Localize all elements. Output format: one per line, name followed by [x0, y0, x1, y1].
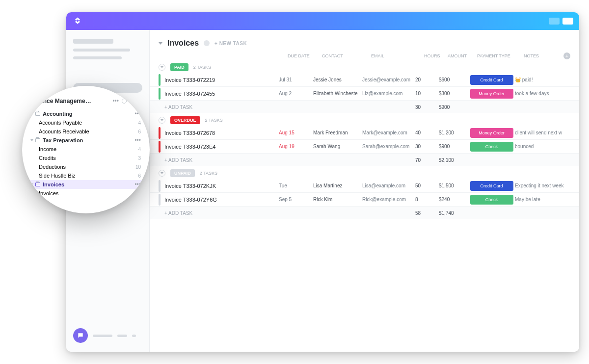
table-row[interactable]: Invoice T333-072219 Jul 31 Jessie Jones …	[150, 73, 579, 87]
cell-due[interactable]: Tue	[279, 183, 313, 188]
invoice-title[interactable]: Invoice T333-072Y6G	[164, 197, 217, 203]
cell-hours[interactable]: 40	[415, 130, 439, 135]
cell-due[interactable]: Aug 19	[279, 144, 313, 149]
group-status-label[interactable]: UNPAID	[170, 169, 195, 177]
group-collapse-toggle[interactable]	[159, 170, 165, 177]
window-maximize-button[interactable]	[562, 18, 573, 25]
cell-email[interactable]: Jessie@example.com	[362, 77, 415, 82]
cell-notes[interactable]: Expecting it next week	[515, 183, 570, 188]
col-notes[interactable]: NOTES	[524, 53, 558, 58]
cell-email[interactable]: Liz@example.com	[362, 91, 415, 96]
add-task-row[interactable]: + ADD TASK 58 $1,740	[150, 207, 579, 219]
window-minimize-button[interactable]	[549, 18, 560, 25]
cell-email[interactable]: Mark@example.com	[362, 130, 415, 135]
cell-email[interactable]: Rick@example.com	[362, 197, 415, 202]
group-status-label[interactable]: PAID	[170, 63, 188, 71]
cell-contact[interactable]: Sarah Wang	[313, 144, 362, 149]
cell-notes[interactable]: took a few days	[515, 91, 570, 96]
cell-amount[interactable]: $1,500	[439, 183, 468, 188]
cell-hours[interactable]: 30	[415, 144, 439, 149]
sidebar-placeholder	[132, 335, 136, 337]
sidebar-folder[interactable]: Accounting•••	[28, 109, 144, 118]
cell-notes[interactable]: May be late	[515, 197, 570, 202]
cell-hours[interactable]: 20	[415, 77, 439, 82]
tree-label: Tax Preparation	[43, 137, 83, 143]
table-row[interactable]: Invoice T333-072KJK Tue Lisa Martinez Li…	[150, 179, 579, 193]
group-collapse-toggle[interactable]	[159, 117, 165, 124]
status-bar-icon	[159, 127, 161, 139]
invoice-title[interactable]: Invoice T333-072219	[164, 77, 215, 83]
cell-amount[interactable]: $300	[439, 91, 468, 96]
cell-notes[interactable]: client will send next w	[515, 130, 570, 135]
col-amount[interactable]: AMOUNT	[448, 53, 477, 58]
payment-badge[interactable]: Money Order	[470, 89, 513, 99]
sidebar-list-item[interactable]: Credits3	[28, 154, 144, 162]
new-task-button[interactable]: + NEW TASK	[214, 41, 247, 46]
payment-badge[interactable]: Check	[470, 142, 513, 152]
add-column-button[interactable]: +	[563, 52, 570, 59]
cell-contact[interactable]: Jessie Jones	[313, 77, 362, 82]
invoice-title[interactable]: Invoice T333-072455	[164, 91, 215, 97]
payment-badge[interactable]: Credit Card	[470, 181, 513, 191]
cell-amount[interactable]: $600	[439, 77, 468, 82]
sidebar-list-item[interactable]: Accounts Receivable6	[28, 127, 144, 136]
table-row[interactable]: Invoice T333-072455 Aug 2 Elizabeth Winc…	[150, 87, 579, 101]
col-payment[interactable]: PAYMENT TYPE	[477, 53, 524, 58]
totals-amount: $900	[439, 104, 468, 110]
invoice-title[interactable]: Invoice T333-072KJK	[164, 183, 216, 189]
invoice-title[interactable]: Invoice T333-0723E4	[164, 144, 215, 150]
cell-email[interactable]: Lisa@example.com	[362, 183, 415, 188]
info-icon[interactable]	[204, 40, 210, 46]
cell-hours[interactable]: 8	[415, 197, 439, 202]
cell-due[interactable]: Jul 31	[279, 77, 313, 82]
table-row[interactable]: Invoice T333-072Y6G Sep 5 Rick Kim Rick@…	[150, 193, 579, 207]
add-task-row[interactable]: + ADD TASK 30 $900	[150, 101, 579, 113]
more-icon[interactable]: •••	[134, 137, 141, 143]
payment-badge[interactable]: Money Order	[470, 128, 513, 138]
sidebar-list-item[interactable]: Accounts Payable4	[28, 118, 144, 127]
table-row[interactable]: Invoice T333-0723E4 Aug 19 Sarah Wang Sa…	[150, 140, 579, 154]
tree-label: Deductions	[39, 164, 66, 170]
invoice-title[interactable]: Invoice T333-072678	[164, 130, 215, 136]
cell-amount[interactable]: $900	[439, 144, 468, 149]
cell-contact[interactable]: Elizabeth Wincheste	[313, 91, 362, 96]
cell-email[interactable]: Sarah@example.com	[362, 144, 415, 149]
cell-contact[interactable]: Rick Kim	[313, 197, 362, 202]
sidebar-folder[interactable]: Invoices•••	[28, 180, 144, 189]
col-contact[interactable]: CONTACT	[322, 53, 371, 58]
col-hours[interactable]: HOURS	[424, 53, 448, 58]
more-icon[interactable]: •••	[112, 98, 119, 104]
cell-contact[interactable]: Mark Freedman	[313, 130, 362, 135]
sidebar-folder[interactable]: Tax Preparation•••	[28, 136, 144, 145]
status-bar-icon	[159, 194, 161, 206]
cell-notes[interactable]: bounced	[515, 144, 570, 149]
status-bar-icon	[159, 180, 161, 192]
cell-due[interactable]: Aug 2	[279, 91, 313, 96]
cell-due[interactable]: Sep 5	[279, 197, 313, 202]
col-due[interactable]: DUE DATE	[288, 53, 322, 58]
payment-badge[interactable]: Credit Card	[470, 75, 513, 85]
group-collapse-toggle[interactable]	[159, 64, 165, 71]
sidebar-list-item[interactable]: Deductions10	[28, 162, 144, 171]
cell-notes[interactable]: 👑 paid!	[515, 77, 570, 82]
table-row[interactable]: Invoice T333-072678 Aug 15 Mark Freedman…	[150, 126, 579, 140]
payment-badge[interactable]: Check	[470, 195, 513, 205]
group-status-label[interactable]: OVERDUE	[170, 116, 200, 124]
sidebar-list-item[interactable]: Side Hustle Biz6	[28, 171, 144, 180]
sidebar-list-item[interactable]: Invoices4	[28, 189, 144, 198]
collapse-toggle-icon[interactable]	[159, 42, 162, 45]
add-task-row[interactable]: + ADD TASK 70 $2,100	[150, 154, 579, 166]
tree-count: 4	[138, 147, 141, 152]
chat-bubble-icon[interactable]	[73, 328, 88, 343]
group-task-count: 2 TASKS	[200, 171, 217, 176]
sidebar-list-item[interactable]: Income4	[28, 145, 144, 154]
space-title[interactable]: Finance Manageme…	[31, 98, 91, 104]
col-email[interactable]: EMAIL	[371, 53, 424, 58]
sidebar-tree: Accounting•••Accounts Payable4Accounts R…	[28, 109, 144, 198]
cell-amount[interactable]: $1,200	[439, 130, 468, 135]
cell-due[interactable]: Aug 15	[279, 130, 313, 135]
cell-amount[interactable]: $240	[439, 197, 468, 202]
cell-hours[interactable]: 50	[415, 183, 439, 188]
cell-contact[interactable]: Lisa Martinez	[313, 183, 362, 188]
cell-hours[interactable]: 10	[415, 91, 439, 96]
